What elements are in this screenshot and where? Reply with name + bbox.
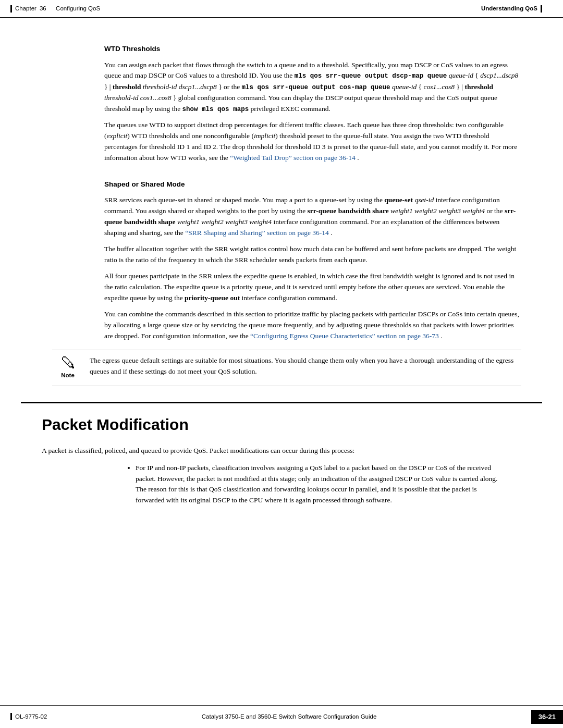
wtd-p1-cmd3: show mls qos maps: [182, 106, 249, 113]
shaped-p1-start: SRR services each queue-set in shared or…: [104, 196, 384, 204]
footer-left: OL-9775-02: [10, 712, 47, 721]
shaped-p1-end2: .: [331, 229, 332, 237]
wtd-p1-italic3: threshold-id dscp1...dscp8: [143, 83, 217, 91]
wtd-p1-brace1c: } |: [104, 83, 113, 91]
packet-modification-title: Packet Modification: [42, 413, 521, 436]
main-content: WTD Thresholds You can assign each packe…: [0, 18, 563, 523]
shaped-p1-italic1: qset-id: [414, 196, 434, 204]
header-chapter-title: Configuring QoS: [56, 4, 100, 13]
wtd-p1-italic1: queue-id: [449, 71, 475, 79]
shaped-p1-link[interactable]: “SRR Shaping and Sharing” section on pag…: [185, 229, 329, 237]
page-header: Chapter 36 Configuring QoS Understanding…: [0, 0, 563, 18]
list-item: For IP and non-IP packets, classificatio…: [136, 463, 500, 507]
page-footer: OL-9775-02 Catalyst 3750-E and 3560-E Sw…: [0, 705, 563, 729]
shaped-p3-bold: priority-queue out: [185, 294, 240, 302]
shaped-p1-or: or the: [487, 207, 505, 215]
header-right-label: Understanding QoS: [481, 4, 537, 13]
wtd-p1-brace3c: } |: [456, 83, 464, 91]
header-chapter-label: Chapter: [15, 4, 36, 13]
shaped-para2: The buffer allocation together with the …: [104, 244, 521, 266]
wtd-para1: You can assign each packet that flows th…: [104, 60, 521, 164]
wtd-p1-bold2: threshold: [464, 83, 493, 91]
shaped-p1-italic3: weight1 weight2 weight3 weight4: [177, 218, 272, 226]
wtd-p1-brace2: }: [218, 83, 222, 91]
note-pencil-icon: 🖊: [60, 355, 75, 370]
wtd-p2-link[interactable]: “Weighted Tail Drop” section on page 36-…: [230, 154, 356, 162]
wtd-p1-or: or the: [224, 83, 242, 91]
packet-mod-list: For IP and non-IP packets, classificatio…: [136, 463, 500, 507]
header-left: Chapter 36 Configuring QoS: [10, 4, 100, 13]
footer-center: Catalyst 3750-E and 3560-E Switch Softwa…: [47, 712, 531, 721]
footer-doc-number: OL-9775-02: [15, 712, 47, 721]
shaped-body: SRR services each queue-set in shared or…: [104, 195, 521, 341]
packet-modification-section: Packet Modification A packet is classifi…: [21, 402, 542, 507]
shaped-heading: Shaped or Shared Mode: [104, 179, 542, 190]
shaped-p4-link[interactable]: “Configuring Egress Queue Characteristic…: [250, 332, 439, 340]
wtd-p1-italic2: dscp1...dscp8: [480, 71, 518, 79]
note-label: Note: [61, 371, 75, 380]
note-text: The egress queue default settings are su…: [90, 355, 521, 377]
packet-mod-body: A packet is classified, policed, and que…: [42, 446, 521, 456]
header-chapter-number: 36: [40, 4, 46, 13]
shaped-p3-end: interface configuration command.: [242, 294, 337, 302]
shaped-p4-end: .: [440, 332, 442, 340]
footer-page-number: 36-21: [531, 710, 563, 724]
wtd-p1-brace1: {: [475, 71, 478, 79]
wtd-p1-cmd2: mls qos srr-queue output cos-map queue: [242, 84, 390, 91]
wtd-p1-brace4: }: [173, 94, 176, 102]
wtd-p1-end: privileged EXEC command.: [251, 105, 331, 113]
header-right: Understanding QoS: [481, 4, 542, 13]
wtd-p1-italic4: queue-id: [392, 83, 419, 91]
header-left-bar: [10, 5, 12, 13]
wtd-p1-italic5: cos1...cos8: [423, 83, 455, 91]
wtd-heading: WTD Thresholds: [104, 44, 542, 54]
wtd-p1-bold1: threshold: [113, 83, 141, 91]
packet-mod-para1: A packet is classified, policed, and que…: [42, 446, 521, 456]
wtd-p1-cmd1: mls qos srr-queue output dscp-map queue: [295, 72, 447, 80]
header-right-bar: [541, 5, 542, 13]
shaped-para1: SRR services each queue-set in shared or…: [104, 195, 521, 239]
shaped-para4: You can combine the commands described i…: [104, 309, 521, 342]
wtd-p1-brace3: {: [419, 83, 422, 91]
shaped-p1-italic2: weight1 weight2 weight3 weight4: [390, 207, 485, 215]
shaped-p1-bold2: srr-queue bandwidth share: [308, 207, 389, 215]
note-icon-area: 🖊 Note: [52, 355, 83, 380]
shaped-para3: All four queues participate in the SRR u…: [104, 271, 521, 304]
shaped-p1-bold1: queue-set: [384, 196, 413, 204]
wtd-p1-italic6: threshold-id cos1...cos8: [104, 94, 172, 102]
wtd-p2-end: .: [357, 154, 359, 162]
footer-left-bar: [10, 713, 12, 720]
note-block: 🖊 Note The egress queue default settings…: [52, 350, 521, 386]
